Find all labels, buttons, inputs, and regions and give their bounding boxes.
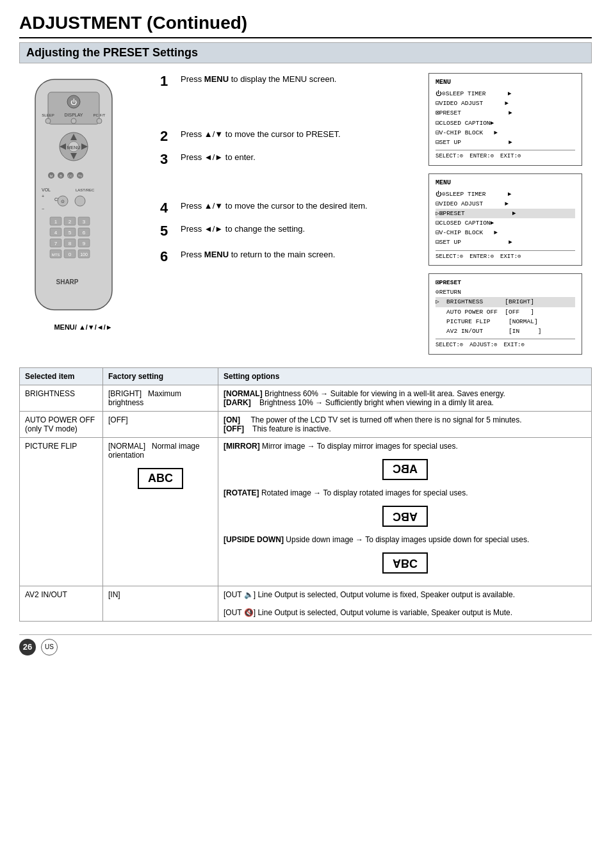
- page-title: ADJUSTMENT (Continued): [19, 13, 592, 38]
- table-row-pictureflip: PICTURE FLIP [NORMAL] Normal image orien…: [20, 437, 592, 586]
- svg-text:8: 8: [69, 241, 72, 246]
- svg-text:LAST/REC: LAST/REC: [76, 188, 95, 192]
- svg-text:3: 3: [83, 219, 86, 225]
- abc-upside: ABC: [382, 552, 428, 574]
- menu-screen-2: MENU ⏻⊙SLEEP TIMER ► ⊟VIDEO ADJUST ► ▷⊠P…: [428, 173, 582, 266]
- step-text-4: Press ▲/▼ to move the cursor to the desi…: [181, 200, 368, 213]
- item-pictureflip: PICTURE FLIP: [20, 437, 103, 586]
- col-header-item: Selected item: [20, 367, 103, 385]
- svg-text:4: 4: [54, 230, 58, 236]
- screens-column: MENU ⏻⊙SLEEP TIMER ► ⊟VIDEO ADJUST ► ⊠PR…: [428, 73, 592, 355]
- svg-text:0: 0: [69, 252, 72, 257]
- step-number-5: 5: [160, 223, 174, 239]
- svg-text:SLEEP: SLEEP: [42, 113, 54, 117]
- step-text-1: Press MENU to display the MENU screen.: [181, 73, 336, 86]
- settings-table: Selected item Factory setting Setting op…: [19, 367, 592, 622]
- table-row-av2inout: AV2 IN/OUT [IN] [OUT 🔈] Line Output is s…: [20, 586, 592, 621]
- abc-rotate: ABC: [382, 506, 428, 527]
- section-title: Adjusting the PRESET Settings: [19, 42, 592, 63]
- step-number-1: 1: [160, 73, 174, 90]
- svg-point-5: [71, 118, 76, 124]
- table-row-autopoweroff: AUTO POWER OFF(only TV mode) [OFF] [ON] …: [20, 411, 592, 437]
- remote-illustration: ⏻ DISPLAY PC F/T SLEEP MENU M B: [19, 73, 147, 355]
- locale-badge: US: [41, 639, 58, 655]
- options-brightness: [NORMAL] Brightness 60% → Suitable for v…: [218, 385, 592, 411]
- col-header-options: Setting options: [218, 367, 592, 385]
- svg-text:5: 5: [69, 230, 72, 236]
- options-pictureflip: [MIRROR] Mirror image → To display mirro…: [218, 437, 592, 586]
- svg-text:PC F/T: PC F/T: [94, 113, 106, 117]
- factory-pictureflip: [NORMAL] Normal image orientation ABC: [103, 437, 218, 586]
- options-autopoweroff: [ON] The power of the LCD TV set is turn…: [218, 411, 592, 437]
- svg-text:+: +: [42, 194, 44, 198]
- factory-brightness: [BRIGHT] Maximum brightness: [103, 385, 218, 411]
- step-1: 1 Press MENU to display the MENU screen.: [160, 73, 416, 90]
- svg-text:B: B: [60, 174, 62, 178]
- step-6: 6 Press MENU to return to the main scree…: [160, 248, 416, 265]
- step-text-2: Press ▲/▼ to move the cursor to PRESET.: [181, 128, 341, 141]
- svg-text:SHARP: SHARP: [56, 278, 78, 285]
- col-header-factory: Factory setting: [103, 367, 218, 385]
- item-av2inout: AV2 IN/OUT: [20, 586, 103, 621]
- step-2: 2 Press ▲/▼ to move the cursor to PRESET…: [160, 128, 416, 145]
- item-brightness: BRIGHTNESS: [20, 385, 103, 411]
- step-3: 3 Press ◄/► to enter.: [160, 151, 416, 168]
- menu-screen-3: ⊠PRESET ⊙RETURN ▷ BRIGHTNESS [BRIGHT] AU…: [428, 273, 582, 355]
- factory-av2inout: [IN]: [103, 586, 218, 621]
- step-text-6: Press MENU to return to the main screen.: [181, 248, 335, 261]
- table-row-brightness: BRIGHTNESS [BRIGHT] Maximum brightness […: [20, 385, 592, 411]
- svg-text:MENU: MENU: [67, 145, 81, 150]
- svg-text:−: −: [42, 207, 44, 211]
- svg-point-32: [75, 196, 85, 206]
- svg-point-7: [97, 118, 102, 124]
- item-autopoweroff: AUTO POWER OFF(only TV mode): [20, 411, 103, 437]
- steps-column: 1 Press MENU to display the MENU screen.…: [160, 73, 416, 355]
- step-5: 5 Press ◄/► to change the setting.: [160, 223, 416, 239]
- svg-text:VOL: VOL: [42, 188, 51, 192]
- factory-autopoweroff: [OFF]: [103, 411, 218, 437]
- step-number-6: 6: [160, 248, 174, 265]
- svg-text:M: M: [50, 174, 53, 178]
- remote-label: MENU/ ▲/▼/◄/►: [19, 323, 147, 331]
- svg-text:⏻: ⏻: [70, 99, 77, 106]
- abc-normal: ABC: [138, 468, 183, 489]
- abc-mirror: ABC: [382, 459, 428, 480]
- step-number-3: 3: [160, 151, 174, 168]
- svg-text:7: 7: [54, 241, 58, 246]
- svg-text:100: 100: [80, 252, 88, 257]
- svg-point-9: [45, 118, 51, 124]
- step-text-5: Press ◄/► to change the setting.: [181, 223, 305, 236]
- svg-text:DISPLAY: DISPLAY: [64, 113, 83, 117]
- svg-text:CC: CC: [68, 174, 73, 178]
- svg-text:1: 1: [54, 219, 58, 225]
- svg-text:TV: TV: [77, 174, 82, 178]
- step-4: 4 Press ▲/▼ to move the cursor to the de…: [160, 200, 416, 216]
- step-number-4: 4: [160, 200, 174, 216]
- page-number: 26: [19, 639, 36, 655]
- step-number-2: 2: [160, 128, 174, 145]
- svg-text:2: 2: [69, 219, 72, 225]
- svg-text:⊙: ⊙: [61, 199, 65, 204]
- options-av2inout: [OUT 🔈] Line Output is selected, Output …: [218, 586, 592, 621]
- svg-text:9: 9: [83, 241, 86, 246]
- svg-text:6: 6: [83, 230, 86, 236]
- svg-text:MTS: MTS: [52, 253, 60, 257]
- step-text-3: Press ◄/► to enter.: [181, 151, 256, 164]
- menu-screen-1: MENU ⏻⊙SLEEP TIMER ► ⊟VIDEO ADJUST ► ⊠PR…: [428, 73, 582, 166]
- bottom-bar: 26 US: [19, 634, 592, 655]
